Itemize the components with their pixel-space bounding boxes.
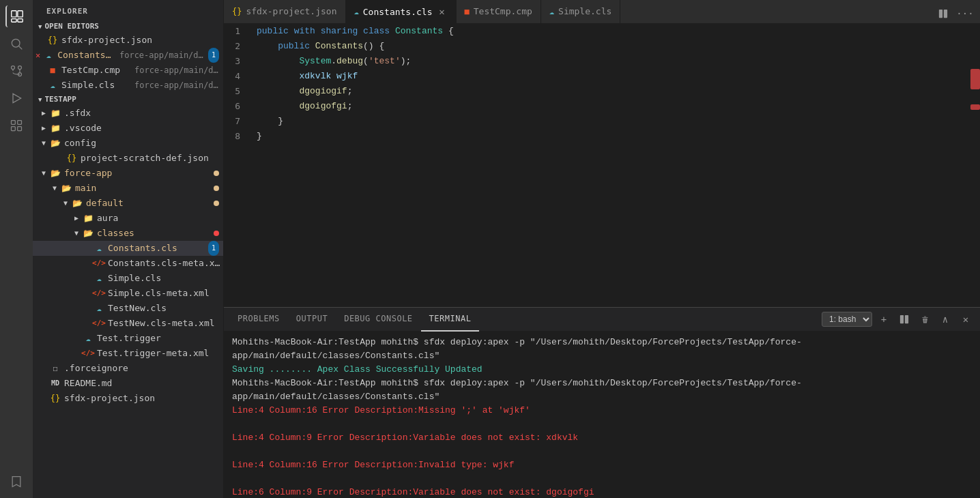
panel-end-actions: 1: bash + ∧ ✕ (822, 310, 975, 328)
classes-folder[interactable]: ▼ 📂 classes (33, 226, 223, 241)
svg-rect-16 (944, 10, 947, 18)
svg-rect-14 (18, 127, 22, 131)
close-panel-btn[interactable]: ✕ (957, 310, 975, 328)
open-editor-json[interactable]: {} sfdx-project.json (33, 33, 223, 48)
trigger-icon: ☁ (82, 332, 94, 345)
sidebar: EXPLORER ▼ OPEN EDITORS {} sfdx-project.… (33, 0, 224, 498)
forceignore-file[interactable]: ☐ .forceignore (33, 361, 223, 376)
code-line-7: } (257, 114, 970, 129)
folder-arrow: ▼ (38, 138, 49, 149)
code-line-6: dgoigofgi; (257, 99, 970, 114)
bookmark-icon[interactable] (5, 471, 27, 493)
terminal-line-1: Mohiths-MacBook-Air:TestApp mohith$ sfdx… (232, 336, 972, 363)
tab-constants-label: Constants.cls (363, 7, 433, 17)
force-app-folder[interactable]: ▼ 📂 force-app (33, 166, 223, 181)
vscode-folder[interactable]: ▶ 📁 .vscode (33, 121, 223, 136)
project-section[interactable]: ▼ TESTAPP (33, 93, 223, 106)
xml-icon3: </> (93, 317, 105, 329)
apex-icon2: ☁ (93, 272, 105, 284)
more-actions-btn[interactable]: ··· (955, 4, 975, 23)
tab-debug-console[interactable]: DEBUG CONSOLE (336, 308, 420, 332)
open-editors-section[interactable]: ▼ OPEN EDITORS (33, 20, 223, 33)
tab-problems[interactable]: PROBLEMS (229, 308, 288, 332)
constants-meta-file[interactable]: </> Constants.cls-meta.xml (33, 256, 223, 271)
tab-constants[interactable]: ☁ Constants.cls ✕ (346, 0, 457, 23)
terminal-line-6: Line:4 Column:16 Error Description:Inval… (232, 458, 972, 472)
html-file-icon: ■ (46, 64, 59, 76)
tab-testcmp[interactable]: ■ TestCmp.cmp (457, 0, 541, 23)
sfdx-folder[interactable]: ▶ 📁 .sfdx (33, 106, 223, 121)
svg-line-5 (19, 46, 23, 50)
panel-area: PROBLEMS OUTPUT DEBUG CONSOLE TERMINAL 1… (224, 307, 980, 498)
bash-select[interactable]: 1: bash (822, 312, 872, 327)
simple-meta-file[interactable]: </> Simple.cls-meta.xml (33, 286, 223, 301)
tab-close-btn[interactable]: ✕ (437, 6, 448, 17)
constants-cls-file[interactable]: ☁ Constants.cls 1 (33, 241, 223, 256)
sfdx-json-file[interactable]: {} sfdx-project.json (33, 391, 223, 406)
test-trigger-meta-file[interactable]: </> Test.trigger-meta.xml (33, 346, 223, 361)
test-trigger-file[interactable]: ☁ Test.trigger (33, 331, 223, 346)
no-arrow (38, 393, 49, 404)
svg-rect-2 (12, 19, 16, 23)
main-folder[interactable]: ▼ 📂 main (33, 181, 223, 196)
files-icon[interactable] (5, 5, 27, 27)
folder-arrow: ▶ (38, 123, 49, 134)
open-editors-arrow: ▼ (38, 23, 42, 30)
split-editor-btn[interactable] (934, 4, 953, 23)
tab-json-icon: {} (232, 7, 242, 16)
maximize-panel-btn[interactable]: ∧ (936, 310, 954, 328)
json-icon2: {} (49, 392, 61, 405)
scratch-def-file[interactable]: {} project-scratch-def.json (33, 151, 223, 166)
code-editor[interactable]: 1 2 3 4 5 6 7 8 public with sharing clas… (224, 24, 980, 307)
source-control-icon[interactable] (5, 60, 27, 82)
code-line-2: public Constants() { (257, 39, 970, 54)
open-editor-constants[interactable]: ✕ ☁ Constants.cls force-app/main/default… (33, 48, 223, 63)
close-icon[interactable]: ✕ (35, 48, 40, 63)
terminal-line-3: Mohiths-MacBook-Air:TestApp mohith$ sfdx… (232, 377, 972, 404)
folder-open-icon: 📂 (71, 197, 83, 209)
editor-scrollbar (970, 24, 980, 307)
simple-cls-file[interactable]: ☁ Simple.cls (33, 271, 223, 286)
aura-folder[interactable]: ▶ 📁 aura (33, 211, 223, 226)
config-folder[interactable]: ▼ 📂 config (33, 136, 223, 151)
editor-area: {} sfdx-project.json ☁ Constants.cls ✕ ■… (224, 0, 980, 498)
apex-icon: ☁ (93, 242, 105, 254)
svg-marker-10 (13, 93, 21, 102)
testnew-cls-file[interactable]: ☁ TestNew.cls (33, 301, 223, 316)
default-folder[interactable]: ▼ 📂 default (33, 196, 223, 211)
xml-icon: </> (93, 257, 105, 269)
extensions-icon[interactable] (5, 115, 27, 136)
terminal-line-4: Line:4 Column:16 Error Description:Missi… (232, 404, 972, 418)
debug-icon[interactable] (5, 87, 27, 109)
tab-bar: {} sfdx-project.json ☁ Constants.cls ✕ ■… (224, 0, 980, 24)
tab-terminal[interactable]: TERMINAL (421, 308, 480, 332)
tab-apex-icon2: ☁ (549, 7, 554, 16)
file-tree: ▶ 📁 .sfdx ▶ 📁 .vscode ▼ 📂 config {} proj… (33, 106, 223, 498)
trash-btn[interactable] (916, 310, 934, 328)
xml-icon2: </> (93, 287, 105, 299)
tab-testcmp-label: TestCmp.cmp (474, 6, 532, 16)
tab-simple-label: Simple.cls (558, 6, 611, 16)
folder-arrow: ▶ (38, 108, 49, 119)
tab-end-actions: ··· (928, 4, 980, 23)
error-dot (214, 231, 219, 236)
open-editor-simple[interactable]: ☁ Simple.cls force-app/main/default/clas… (33, 78, 223, 93)
readme-file[interactable]: MD README.md (33, 376, 223, 391)
terminal-line-5: Line:4 Column:9 Error Description:Variab… (232, 431, 972, 445)
no-arrow (82, 288, 93, 299)
search-icon[interactable] (5, 33, 27, 55)
split-terminal-btn[interactable] (895, 310, 913, 328)
open-editor-testcmp[interactable]: ■ TestCmp.cmp force-app/main/default/aur… (33, 63, 223, 78)
code-line-3: System.debug('test'); (257, 54, 970, 69)
code-content[interactable]: public with sharing class Constants { pu… (251, 24, 970, 307)
new-terminal-btn[interactable]: + (875, 310, 893, 328)
testnew-meta-file[interactable]: </> TestNew.cls-meta.xml (33, 316, 223, 331)
tab-output[interactable]: OUTPUT (288, 308, 336, 332)
tab-sfdx-json[interactable]: {} sfdx-project.json (224, 0, 346, 23)
modified-dot (214, 186, 219, 191)
tab-simple[interactable]: ☁ Simple.cls (541, 0, 621, 23)
json-icon: {} (66, 152, 78, 164)
no-arrow (71, 348, 82, 359)
terminal-content[interactable]: Mohiths-MacBook-Air:TestApp mohith$ sfdx… (224, 332, 980, 498)
no-arrow (55, 153, 66, 164)
